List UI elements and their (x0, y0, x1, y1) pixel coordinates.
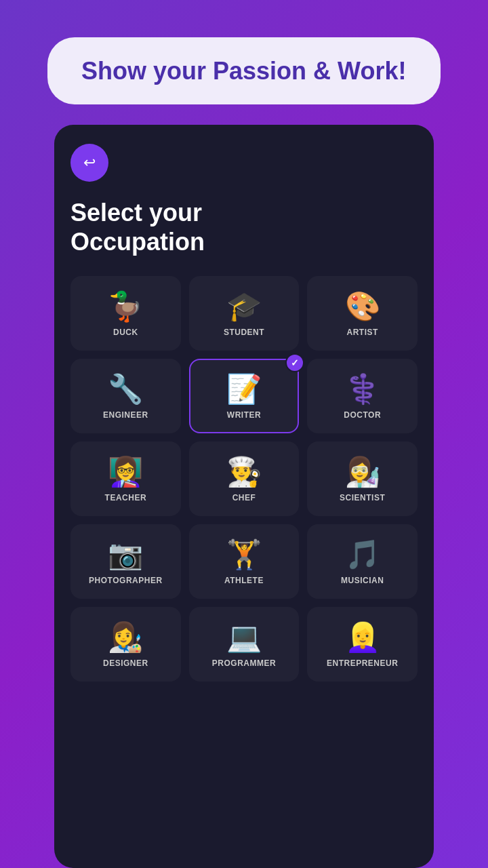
entrepreneur-label: ENTREPRENEUR (327, 658, 398, 668)
doctor-label: DOCTOR (344, 410, 381, 420)
student-emoji: 🎓 (226, 292, 262, 321)
writer-label: WRITER (227, 410, 261, 420)
occupation-card-athlete[interactable]: 🏋️ATHLETE (189, 524, 300, 599)
occupation-card-chef[interactable]: 👨‍🍳CHEF (189, 441, 300, 516)
chef-emoji: 👨‍🍳 (226, 458, 262, 486)
scientist-emoji: 👩‍🔬 (345, 458, 380, 486)
occupation-card-student[interactable]: 🎓STUDENT (189, 276, 300, 351)
back-button[interactable]: ↩ (70, 144, 108, 182)
programmer-emoji: 💻 (226, 623, 262, 652)
doctor-emoji: ⚕️ (345, 375, 380, 403)
teacher-label: TEACHER (105, 493, 147, 502)
section-title: Select yourOccupation (70, 198, 418, 256)
occupation-card-designer[interactable]: 👩‍🎨DESIGNER (70, 607, 181, 682)
designer-emoji: 👩‍🎨 (108, 623, 143, 652)
student-label: STUDENT (224, 328, 264, 337)
programmer-label: PROGRAMMER (212, 658, 276, 668)
athlete-label: ATHLETE (224, 576, 264, 585)
artist-label: ARTIST (346, 328, 378, 337)
selected-check-badge: ✓ (285, 353, 304, 372)
occupation-card-entrepreneur[interactable]: 👱‍♀️ENTREPRENEUR (307, 607, 418, 682)
occupation-card-doctor[interactable]: ⚕️DOCTOR (307, 359, 418, 433)
occupation-card-writer[interactable]: 📝WRITER✓ (189, 359, 300, 433)
designer-label: DESIGNER (103, 658, 148, 668)
engineer-label: ENGINEER (103, 410, 148, 420)
photographer-emoji: 📷 (108, 540, 143, 569)
occupation-card-teacher[interactable]: 👩‍🏫TEACHER (70, 441, 181, 516)
occupation-grid: 🦆DUCK🎓STUDENT🎨ARTIST🔧ENGINEER📝WRITER✓⚕️D… (70, 276, 418, 682)
musician-emoji: 🎵 (345, 540, 380, 569)
artist-emoji: 🎨 (345, 292, 380, 321)
header-banner: Show your Passion & Work! (47, 37, 441, 104)
back-icon: ↩ (83, 154, 96, 172)
occupation-card-duck[interactable]: 🦆DUCK (70, 276, 181, 351)
teacher-emoji: 👩‍🏫 (108, 458, 143, 486)
occupation-card-musician[interactable]: 🎵MUSICIAN (307, 524, 418, 599)
photographer-label: PHOTOGRAPHER (89, 576, 162, 585)
chef-label: CHEF (232, 493, 256, 502)
duck-emoji: 🦆 (108, 292, 143, 321)
header-title: Show your Passion & Work! (81, 56, 407, 85)
musician-label: MUSICIAN (341, 576, 384, 585)
athlete-emoji: 🏋️ (226, 540, 262, 569)
entrepreneur-emoji: 👱‍♀️ (345, 623, 380, 652)
occupation-card-programmer[interactable]: 💻PROGRAMMER (189, 607, 300, 682)
duck-label: DUCK (113, 328, 138, 337)
writer-emoji: 📝 (226, 375, 262, 403)
occupation-card-scientist[interactable]: 👩‍🔬SCIENTIST (307, 441, 418, 516)
main-card: ↩ Select yourOccupation 🦆DUCK🎓STUDENT🎨AR… (54, 125, 434, 868)
occupation-card-photographer[interactable]: 📷PHOTOGRAPHER (70, 524, 181, 599)
scientist-label: SCIENTIST (340, 493, 385, 502)
engineer-emoji: 🔧 (108, 375, 143, 403)
occupation-card-engineer[interactable]: 🔧ENGINEER (70, 359, 181, 433)
occupation-card-artist[interactable]: 🎨ARTIST (307, 276, 418, 351)
